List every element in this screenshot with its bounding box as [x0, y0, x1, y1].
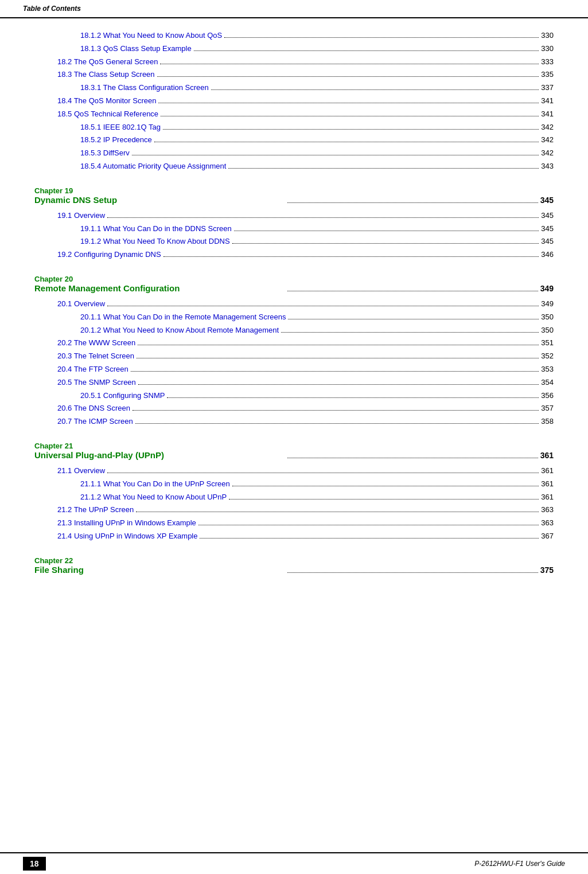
page-20-7: 358	[541, 416, 554, 428]
dots-20-7	[135, 423, 539, 424]
toc-entry-18-1-3[interactable]: 18.1.3 QoS Class Setup Example 330	[34, 43, 554, 55]
dots-18-1-2	[224, 37, 539, 38]
page-footer: 18 P-2612HWU-F1 User's Guide	[0, 852, 588, 874]
page-18-5-4: 343	[541, 161, 554, 173]
chapter-22-label: Chapter 22	[34, 556, 554, 565]
toc-label-18-3-1: 18.3.1 The Class Configuration Screen	[80, 82, 209, 94]
toc-entry-18-1-2[interactable]: 18.1.2 What You Need to Know About QoS 3…	[34, 30, 554, 42]
page-18-5: 341	[541, 108, 554, 120]
dots-21-1-1	[232, 486, 539, 486]
page-21-3: 363	[541, 517, 554, 529]
toc-entry-18-5-2[interactable]: 18.5.2 IP Precedence 342	[34, 134, 554, 146]
toc-entry-20-2[interactable]: 20.2 The WWW Screen 351	[34, 337, 554, 349]
dots-18-5-4	[228, 168, 539, 169]
toc-entry-21-1-1[interactable]: 21.1.1 What You Can Do in the UPnP Scree…	[34, 478, 554, 490]
toc-entry-20-4[interactable]: 20.4 The FTP Screen 353	[34, 364, 554, 376]
toc-label-20-2: 20.2 The WWW Screen	[57, 337, 135, 349]
toc-entry-21-1-2[interactable]: 21.1.2 What You Need to Know About UPnP …	[34, 491, 554, 504]
chapter-22-block: Chapter 22 File Sharing 375	[34, 556, 554, 575]
toc-entry-18-2[interactable]: 18.2 The QoS General Screen 333	[34, 56, 554, 68]
toc-entry-18-5-3[interactable]: 18.5.3 DiffServ 342	[34, 147, 554, 159]
toc-entry-19-1-2[interactable]: 19.1.2 What You Need To Know About DDNS …	[34, 236, 554, 248]
toc-label-21-4: 21.4 Using UPnP in Windows XP Example	[57, 530, 197, 543]
chapter-21-title: Universal Plug-and-Play (UPnP)	[34, 450, 285, 460]
toc-entry-20-6[interactable]: 20.6 The DNS Screen 357	[34, 403, 554, 415]
dots-21-4	[200, 538, 539, 539]
toc-entry-18-3-1[interactable]: 18.3.1 The Class Configuration Screen 33…	[34, 82, 554, 94]
dots-18-5	[161, 116, 539, 116]
page-18-5-1: 342	[541, 122, 554, 134]
page-19-1-2: 345	[541, 236, 554, 248]
toc-label-20-3: 20.3 The Telnet Screen	[57, 350, 134, 362]
toc-label-18-5: 18.5 QoS Technical Reference	[57, 108, 158, 120]
toc-entry-18-5-4[interactable]: 18.5.4 Automatic Priority Queue Assignme…	[34, 161, 554, 173]
dots-18-1-3	[194, 50, 539, 51]
chapter-22-title: File Sharing	[34, 565, 285, 575]
dots-18-2	[160, 64, 539, 64]
page-20-1: 349	[541, 298, 554, 310]
chapter-19-dots	[287, 202, 538, 203]
dots-21-1	[107, 473, 539, 473]
page-20-4: 353	[541, 364, 554, 376]
chapter-19-label: Chapter 19	[34, 186, 554, 195]
toc-entry-20-1[interactable]: 20.1 Overview 349	[34, 298, 554, 310]
toc-label-21-1-1: 21.1.1 What You Can Do in the UPnP Scree…	[80, 478, 230, 490]
toc-label-18-1-3: 18.1.3 QoS Class Setup Example	[80, 43, 192, 55]
toc-label-18-5-3: 18.5.3 DiffServ	[80, 147, 130, 159]
toc-label-20-1-2: 20.1.2 What You Need to Know About Remot…	[80, 325, 279, 337]
chapter-20-title-row: Remote Management Configuration 349	[34, 283, 554, 294]
page-header: Table of Contents	[0, 0, 588, 18]
toc-entry-18-5[interactable]: 18.5 QoS Technical Reference 341	[34, 108, 554, 120]
toc-entry-20-1-1[interactable]: 20.1.1 What You Can Do in the Remote Man…	[34, 311, 554, 323]
dots-19-1	[107, 217, 539, 218]
chapter-20-page: 349	[540, 284, 554, 293]
chapter-19-title-row: Dynamic DNS Setup 345	[34, 195, 554, 205]
toc-entry-21-3[interactable]: 21.3 Installing UPnP in Windows Example …	[34, 517, 554, 529]
chapter-20-title: Remote Management Configuration	[34, 283, 285, 293]
dots-20-2	[138, 345, 539, 345]
toc-label-18-5-1: 18.5.1 IEEE 802.1Q Tag	[80, 122, 161, 134]
page-20-5: 354	[541, 377, 554, 389]
chapter-20-dots	[287, 291, 538, 291]
toc-entry-21-2[interactable]: 21.2 The UPnP Screen 363	[34, 504, 554, 516]
toc-label-19-1: 19.1 Overview	[57, 210, 105, 222]
dots-21-1-2	[229, 499, 539, 500]
toc-entry-19-2[interactable]: 19.2 Configuring Dynamic DNS 346	[34, 249, 554, 261]
toc-entry-19-1[interactable]: 19.1 Overview 345	[34, 210, 554, 222]
toc-entry-18-3[interactable]: 18.3 The Class Setup Screen 335	[34, 69, 554, 81]
toc-label-20-7: 20.7 The ICMP Screen	[57, 416, 133, 428]
page-21-1: 361	[541, 465, 554, 477]
toc-entry-21-1[interactable]: 21.1 Overview 361	[34, 465, 554, 477]
toc-entry-18-4[interactable]: 18.4 The QoS Monitor Screen 341	[34, 95, 554, 107]
toc-label-20-5-1: 20.5.1 Configuring SNMP	[80, 390, 165, 402]
toc-label-21-1-2: 21.1.2 What You Need to Know About UPnP	[80, 491, 227, 504]
toc-label-20-6: 20.6 The DNS Screen	[57, 403, 130, 415]
toc-entry-20-1-2[interactable]: 20.1.2 What You Need to Know About Remot…	[34, 325, 554, 337]
dots-20-5	[138, 384, 539, 385]
toc-entry-20-3[interactable]: 20.3 The Telnet Screen 352	[34, 350, 554, 362]
chapter-20-label: Chapter 20	[34, 275, 554, 283]
page-19-2: 346	[541, 249, 554, 261]
page-18-1-2: 330	[541, 30, 554, 42]
footer-guide-name: P-2612HWU-F1 User's Guide	[474, 860, 565, 868]
dots-18-3-1	[211, 89, 539, 90]
chapter-21-block: Chapter 21 Universal Plug-and-Play (UPnP…	[34, 442, 554, 543]
toc-entry-18-5-1[interactable]: 18.5.1 IEEE 802.1Q Tag 342	[34, 122, 554, 134]
page-20-5-1: 356	[541, 390, 554, 402]
toc-entry-21-4[interactable]: 21.4 Using UPnP in Windows XP Example 36…	[34, 530, 554, 543]
dots-18-4	[158, 103, 539, 103]
toc-entry-19-1-1[interactable]: 19.1.1 What You Can Do in the DDNS Scree…	[34, 223, 554, 235]
toc-entry-20-7[interactable]: 20.7 The ICMP Screen 358	[34, 416, 554, 428]
footer-page-number: 18	[23, 857, 46, 871]
page-21-2: 363	[541, 504, 554, 516]
dots-20-6	[133, 410, 539, 411]
toc-label-18-1-2: 18.1.2 What You Need to Know About QoS	[80, 30, 222, 42]
page-20-2: 351	[541, 337, 554, 349]
page-20-3: 352	[541, 350, 554, 362]
toc-label-20-4: 20.4 The FTP Screen	[57, 364, 128, 376]
chapter-19-block: Chapter 19 Dynamic DNS Setup 345 19.1 Ov…	[34, 186, 554, 261]
toc-entry-20-5[interactable]: 20.5 The SNMP Screen 354	[34, 377, 554, 389]
toc-label-18-5-2: 18.5.2 IP Precedence	[80, 134, 152, 146]
page-21-1-1: 361	[541, 478, 554, 490]
toc-entry-20-5-1[interactable]: 20.5.1 Configuring SNMP 356	[34, 390, 554, 402]
